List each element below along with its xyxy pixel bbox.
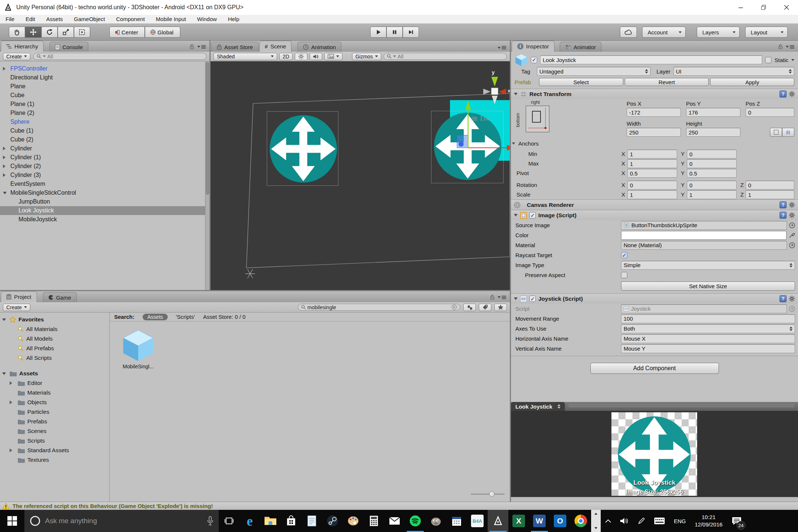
favorite-item[interactable]: All Scripts [0, 353, 109, 363]
folder-item[interactable]: Objects [0, 398, 109, 407]
search-by-label-button[interactable] [479, 304, 491, 311]
favorites-header[interactable]: Favorites [0, 315, 109, 324]
assets-root-folder[interactable]: Assets [0, 369, 109, 378]
start-button[interactable] [0, 510, 24, 532]
volume-tray-icon[interactable] [615, 510, 633, 532]
object-picker-icon[interactable] [789, 222, 795, 228]
axes-to-use-dropdown[interactable]: Both [621, 324, 795, 333]
project-search-input[interactable]: mobilesingle [298, 304, 460, 311]
folder-item[interactable]: Scripts [0, 436, 109, 446]
slider-handle[interactable] [489, 491, 494, 497]
folder-item[interactable]: Scenes [0, 426, 109, 436]
object-picker-icon[interactable] [789, 306, 795, 312]
hierarchy-item[interactable]: Cylinder [0, 144, 209, 153]
script-field[interactable]: C#Joystick [621, 304, 787, 313]
gizmos-dropdown[interactable]: Gizmos [352, 53, 381, 60]
taskbar-edge[interactable]: e [239, 510, 260, 532]
raw-edit-mode-button[interactable]: R [782, 128, 794, 137]
panel-menu-icon[interactable] [498, 46, 506, 50]
search-scope-assets[interactable]: Assets [143, 314, 168, 320]
gear-icon[interactable] [789, 91, 795, 97]
scene-effects-dropdown[interactable] [324, 53, 342, 60]
folder-item[interactable]: Textures [0, 455, 109, 465]
folder-item[interactable]: Standard Assets [0, 446, 109, 455]
set-native-size-button[interactable]: Set Native Size [621, 282, 795, 291]
menu-window[interactable]: Window [192, 15, 222, 24]
height-field[interactable]: 250 [686, 128, 740, 137]
rect-transform-header[interactable]: Rect Transform ? [511, 89, 798, 99]
static-dropdown-icon[interactable] [791, 59, 794, 61]
tab-hierarchy[interactable]: Hierarchy [1, 41, 44, 52]
hierarchy-item[interactable]: Plane [0, 82, 209, 91]
menu-file[interactable]: File [0, 15, 20, 24]
vertical-axis-field[interactable]: Mouse Y [621, 344, 795, 353]
hand-tool-button[interactable] [9, 27, 25, 38]
folder-item[interactable]: Materials [0, 388, 109, 398]
prefab-select-button[interactable]: Select [539, 78, 623, 86]
rotation-z-field[interactable]: 0 [746, 181, 794, 190]
hierarchy-item[interactable]: Cube [0, 91, 209, 100]
help-icon[interactable]: ? [780, 201, 787, 208]
taskbar-word[interactable]: W [529, 510, 550, 532]
taskbar-excel[interactable]: X [508, 510, 529, 532]
global-local-toggle[interactable]: Global [145, 27, 180, 38]
asset-store-count[interactable]: Asset Store: 0 / 0 [203, 314, 246, 320]
color-swatch[interactable] [621, 231, 787, 240]
favorite-item[interactable]: All Prefabs [0, 344, 109, 353]
taskbar-chrome[interactable] [570, 510, 591, 532]
preserve-aspect-checkbox[interactable] [621, 272, 627, 278]
cloud-button[interactable] [620, 27, 637, 38]
movement-range-field[interactable]: 100 [621, 314, 795, 323]
tab-asset-store[interactable]: Asset Store [211, 42, 259, 52]
image-component-header[interactable]: ✓ Image (Script) ? [511, 210, 798, 220]
preview-drag-grip[interactable] [569, 405, 794, 408]
language-indicator[interactable]: ENG [669, 510, 690, 532]
account-dropdown[interactable]: Account [642, 27, 686, 38]
scale-z-field[interactable]: 1 [746, 190, 794, 199]
horizontal-axis-field[interactable]: Mouse X [621, 334, 795, 343]
pos-x-field[interactable]: -172 [627, 108, 681, 117]
scene-lighting-button[interactable] [295, 53, 307, 60]
taskbar-gimp[interactable] [426, 510, 446, 532]
scene-orientation-gizmo[interactable]: y x [482, 69, 510, 108]
scale-x-field[interactable]: 1 [627, 190, 677, 199]
panel-menu-icon[interactable] [197, 45, 206, 49]
tab-animator[interactable]: Animator [560, 42, 601, 52]
hierarchy-item[interactable]: Cylinder (1) [0, 153, 209, 162]
layout-dropdown[interactable]: Layout [745, 27, 788, 38]
pivot-x-field[interactable]: 0.5 [627, 169, 677, 178]
folder-item[interactable]: Particles [0, 407, 109, 417]
help-icon[interactable]: ? [780, 91, 787, 98]
hierarchy-item[interactable]: EventSystem [0, 180, 209, 188]
component-enabled-checkbox[interactable]: ✓ [529, 212, 536, 218]
2d-toggle-button[interactable]: 2D [279, 53, 293, 60]
static-checkbox[interactable] [765, 57, 771, 63]
scale-y-field[interactable]: 1 [687, 190, 737, 199]
folder-item[interactable]: Prefabs [0, 417, 109, 426]
taskbar-calendar[interactable] [446, 510, 467, 532]
material-field[interactable]: None (Material) [621, 241, 787, 250]
save-search-button[interactable] [494, 304, 507, 311]
taskbar-calculator[interactable] [364, 510, 384, 532]
folder-item[interactable]: Editor [0, 378, 109, 388]
taskbar-paint[interactable] [343, 510, 364, 532]
hierarchy-search-input[interactable]: All [33, 53, 207, 60]
hierarchy-item[interactable]: Sphere [0, 117, 209, 126]
taskbar-file-explorer[interactable] [260, 510, 281, 532]
gear-icon[interactable] [789, 212, 795, 218]
microphone-icon[interactable] [207, 516, 214, 526]
rotate-tool-button[interactable] [41, 27, 58, 38]
taskbar-steam[interactable] [322, 510, 343, 532]
menu-help[interactable]: Help [222, 15, 245, 24]
tab-animation[interactable]: Animation [297, 42, 341, 52]
menu-mobile-input[interactable]: Mobile Input [150, 15, 192, 24]
scale-tool-button[interactable] [58, 27, 74, 38]
help-icon[interactable]: ? [780, 212, 787, 219]
hierarchy-item[interactable]: Plane (1) [0, 100, 209, 109]
gear-icon[interactable] [789, 296, 795, 302]
taskbar-store[interactable] [281, 510, 301, 532]
menu-component[interactable]: Component [110, 15, 150, 24]
transform-gizmo[interactable] [211, 61, 510, 290]
object-picker-icon[interactable] [789, 242, 795, 248]
rect-tool-button[interactable] [74, 27, 90, 38]
